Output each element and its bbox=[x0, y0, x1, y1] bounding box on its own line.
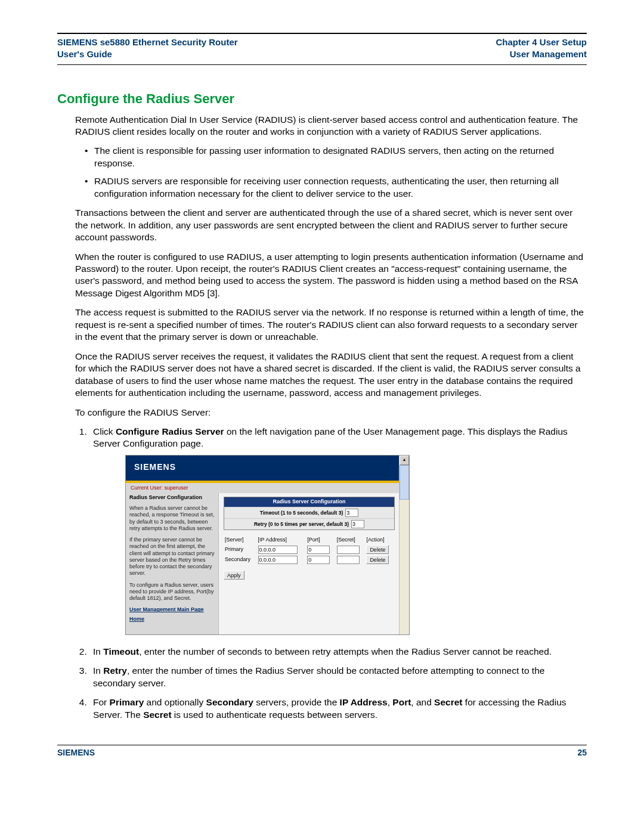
step-4: For Primary and optionally Secondary ser… bbox=[89, 696, 587, 721]
primary-ip-input[interactable] bbox=[258, 546, 298, 554]
step-1: Click Configure Radius Server on the lef… bbox=[89, 426, 587, 635]
doc-subtitle: User's Guide bbox=[57, 49, 112, 59]
body-paragraph: To configure the RADIUS Server: bbox=[75, 407, 587, 419]
sidebar-help-text: If the primary server cannot be reached … bbox=[129, 537, 215, 577]
secondary-ip-input[interactable] bbox=[258, 556, 298, 564]
secondary-port-input[interactable] bbox=[307, 556, 330, 564]
scroll-thumb[interactable] bbox=[400, 465, 409, 500]
header-rule-top bbox=[57, 33, 587, 34]
body-paragraph: Transactions between the client and serv… bbox=[75, 207, 587, 243]
sidebar-title: Radius Server Configuration bbox=[129, 494, 215, 501]
primary-delete-button[interactable]: Delete bbox=[366, 545, 389, 554]
secondary-delete-button[interactable]: Delete bbox=[366, 555, 389, 564]
col-ip: [IP Address] bbox=[257, 536, 306, 544]
sidebar-help-text: When a Radius server cannot be reached, … bbox=[129, 505, 215, 532]
link-home[interactable]: Home bbox=[129, 616, 215, 623]
footer-brand: SIEMENS bbox=[57, 748, 95, 757]
table-row: Primary Delete bbox=[224, 544, 395, 555]
server-table: [Server] [IP Address] [Port] [Secret] [A… bbox=[224, 536, 395, 565]
sidebar-help-text: To configure a Radius server, users need… bbox=[129, 582, 215, 602]
table-row: Secondary Delete bbox=[224, 555, 395, 565]
step-2: In Timeout, enter the number of seconds … bbox=[89, 646, 587, 658]
section-label: User Management bbox=[510, 49, 587, 59]
col-action: [Action] bbox=[365, 536, 395, 544]
sidebar: Radius Server Configuration When a Radiu… bbox=[126, 493, 219, 634]
server-name: Secondary bbox=[224, 555, 257, 565]
embedded-screenshot: SIEMENS Current User: superuser Radius S… bbox=[125, 455, 410, 635]
scrollbar[interactable]: ▴ bbox=[399, 456, 409, 634]
body-paragraph: When the router is configured to use RAD… bbox=[75, 251, 587, 300]
apply-button[interactable]: Apply bbox=[224, 571, 244, 580]
config-panel: Radius Server Configuration Timeout (1 t… bbox=[219, 493, 400, 634]
bullet-item: RADIUS servers are responsible for recei… bbox=[85, 175, 587, 200]
retry-label: Retry (0 to 5 times per server, default … bbox=[254, 521, 349, 528]
col-secret: [Secret] bbox=[336, 536, 366, 544]
step-3: In Retry, enter the number of times the … bbox=[89, 665, 587, 689]
primary-port-input[interactable] bbox=[307, 546, 330, 554]
header-rule-bottom bbox=[57, 64, 587, 65]
timeout-label: Timeout (1 to 5 seconds, default 3) bbox=[260, 510, 343, 516]
intro-paragraph: Remote Authentication Dial In User Servi… bbox=[75, 114, 587, 138]
link-user-management[interactable]: User Management Main Page bbox=[129, 606, 215, 614]
doc-title: SIEMENS se5880 Ethernet Security Router bbox=[57, 37, 238, 47]
body-paragraph: Once the RADIUS server receives the requ… bbox=[75, 351, 587, 400]
step-list: Click Configure Radius Server on the lef… bbox=[75, 426, 587, 721]
page-number: 25 bbox=[577, 748, 587, 757]
chapter-label: Chapter 4 User Setup bbox=[496, 37, 587, 47]
secondary-secret-input[interactable] bbox=[337, 556, 360, 564]
col-server: [Server] bbox=[224, 536, 257, 544]
running-header: SIEMENS se5880 Ethernet Security Router … bbox=[57, 36, 587, 61]
col-port: [Port] bbox=[306, 536, 336, 544]
server-name: Primary bbox=[224, 544, 257, 555]
retry-input[interactable] bbox=[351, 520, 364, 528]
current-user-label: Current User: superuser bbox=[126, 483, 400, 493]
section-heading: Configure the Radius Server bbox=[57, 91, 587, 107]
primary-secret-input[interactable] bbox=[337, 546, 360, 554]
running-footer: SIEMENS 25 bbox=[57, 745, 587, 757]
scroll-up-icon[interactable]: ▴ bbox=[400, 456, 409, 465]
body-paragraph: The access request is submitted to the R… bbox=[75, 306, 587, 343]
bullet-item: The client is responsible for passing us… bbox=[85, 145, 587, 169]
timeout-input[interactable] bbox=[345, 509, 358, 517]
config-title: Radius Server Configuration bbox=[224, 497, 394, 507]
brand-bar: SIEMENS bbox=[126, 456, 400, 481]
bullet-list: The client is responsible for passing us… bbox=[85, 145, 587, 200]
